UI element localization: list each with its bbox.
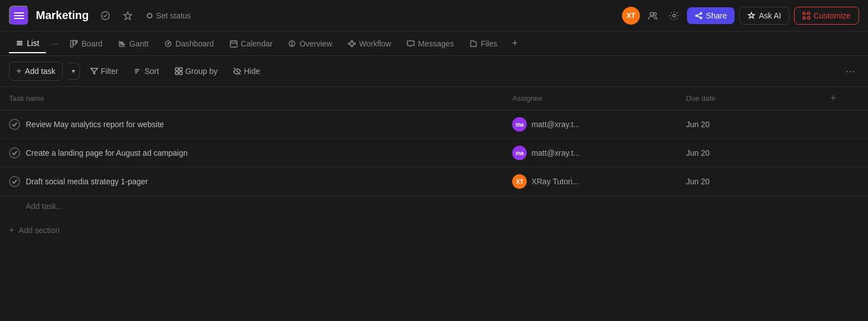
tab-messages[interactable]: Messages bbox=[400, 35, 461, 53]
share-label: Share bbox=[706, 11, 727, 20]
svg-rect-0 bbox=[14, 12, 24, 13]
filter-button[interactable]: Filter bbox=[85, 63, 124, 79]
assignee-name: XRay Tutori... bbox=[531, 177, 579, 186]
tab-files-label: Files bbox=[481, 39, 498, 48]
task-name-text: Create a landing page for August ad camp… bbox=[26, 148, 188, 157]
settings-icon-button[interactable] bbox=[666, 8, 683, 23]
svg-rect-20 bbox=[71, 40, 73, 47]
svg-rect-2 bbox=[14, 18, 24, 19]
sort-label: Sort bbox=[145, 67, 159, 76]
tab-calendar[interactable]: Calendar bbox=[223, 35, 280, 53]
filter-icon bbox=[90, 67, 98, 75]
tab-gantt[interactable]: Gantt bbox=[112, 35, 155, 53]
svg-line-40 bbox=[350, 41, 351, 43]
assignee-name: matt@xray.t... bbox=[531, 120, 579, 129]
hide-button[interactable]: Hide bbox=[228, 63, 266, 79]
task-table: Task name Assignee Due date + bbox=[0, 87, 868, 216]
task-name-cell: Review May analytics report for website bbox=[0, 110, 503, 139]
ask-ai-label: Ask AI bbox=[759, 11, 781, 20]
add-task-inline-button[interactable]: Add task... bbox=[9, 202, 63, 211]
sort-button[interactable]: Sort bbox=[128, 63, 165, 79]
avatar: ma bbox=[512, 146, 527, 160]
svg-point-28 bbox=[168, 43, 169, 44]
extra-col-cell bbox=[799, 110, 868, 139]
due-date-cell: Jun 20 bbox=[677, 110, 799, 139]
extra-col-cell bbox=[799, 168, 868, 196]
customize-button[interactable]: Customize bbox=[794, 7, 859, 25]
task-complete-icon[interactable] bbox=[9, 176, 20, 187]
add-section-label: Add section bbox=[18, 226, 59, 235]
tab-workflow-label: Workflow bbox=[359, 39, 391, 48]
svg-rect-15 bbox=[803, 17, 805, 19]
svg-point-5 bbox=[650, 12, 653, 16]
tab-board[interactable]: Board bbox=[63, 35, 109, 53]
svg-point-6 bbox=[653, 12, 656, 15]
tab-list-label: List bbox=[27, 39, 39, 48]
svg-rect-13 bbox=[803, 12, 805, 15]
group-by-button[interactable]: Group by bbox=[169, 63, 224, 79]
avatar-initials: XT bbox=[626, 12, 635, 20]
task-complete-icon[interactable] bbox=[9, 147, 20, 159]
task-complete-icon[interactable] bbox=[9, 119, 20, 130]
show-options-button[interactable] bbox=[98, 9, 113, 22]
filter-label: Filter bbox=[101, 67, 118, 76]
main-content: Task name Assignee Due date + bbox=[0, 87, 868, 244]
svg-rect-25 bbox=[120, 42, 123, 43]
add-column-button[interactable]: + bbox=[807, 92, 859, 104]
star-button[interactable] bbox=[120, 9, 136, 22]
extra-col-cell bbox=[799, 139, 868, 168]
svg-rect-49 bbox=[175, 72, 178, 75]
share-button[interactable]: Share bbox=[687, 7, 735, 24]
tab-dashboard-label: Dashboard bbox=[175, 39, 214, 48]
svg-line-11 bbox=[697, 13, 700, 15]
assignee-cell: ma matt@xray.t... bbox=[503, 110, 677, 139]
status-dot-icon bbox=[147, 13, 152, 18]
tab-list[interactable]: List bbox=[9, 34, 46, 53]
tab-overview[interactable]: Overview bbox=[281, 35, 338, 53]
users-icon-button[interactable] bbox=[644, 8, 661, 23]
avatar: XT bbox=[622, 7, 640, 25]
nav-tabs: List ··· Board Gantt Dashboard bbox=[0, 31, 868, 56]
tab-list-more[interactable]: ··· bbox=[48, 37, 62, 50]
col-add: + bbox=[799, 87, 868, 110]
add-task-dropdown-button[interactable]: ▾ bbox=[67, 63, 80, 80]
tab-gantt-label: Gantt bbox=[129, 39, 148, 48]
add-section-plus-icon: + bbox=[9, 225, 14, 235]
add-task-inline-row[interactable]: Add task... bbox=[0, 196, 868, 217]
tab-calendar-label: Calendar bbox=[241, 39, 273, 48]
add-tab-button[interactable]: + bbox=[508, 35, 521, 52]
top-header: Marketing Set status XT bbox=[0, 0, 868, 31]
svg-line-42 bbox=[352, 41, 354, 43]
ask-ai-button[interactable]: Ask AI bbox=[739, 7, 790, 25]
set-status-label: Set status bbox=[156, 11, 191, 20]
set-status-button[interactable]: Set status bbox=[142, 9, 195, 22]
svg-rect-16 bbox=[807, 17, 810, 19]
table-row: Draft social media strategy 1-pager XT X… bbox=[0, 168, 868, 196]
add-task-label: Add task bbox=[25, 67, 55, 76]
task-name-cell: Draft social media strategy 1-pager bbox=[0, 168, 503, 196]
hide-icon bbox=[233, 67, 241, 75]
svg-marker-4 bbox=[124, 12, 132, 20]
assignee-cell: XT XRay Tutori... bbox=[503, 168, 677, 196]
assignee-cell: ma matt@xray.t... bbox=[503, 139, 677, 168]
col-due-date: Due date bbox=[677, 87, 799, 110]
menu-button[interactable] bbox=[9, 6, 29, 26]
task-name-text: Review May analytics report for website bbox=[26, 120, 164, 129]
tab-board-label: Board bbox=[81, 39, 102, 48]
table-row: Review May analytics report for website … bbox=[0, 110, 868, 139]
toolbar-more-button[interactable]: ⋯ bbox=[842, 63, 859, 80]
add-task-button[interactable]: + Add task bbox=[9, 62, 63, 81]
tab-overview-label: Overview bbox=[299, 39, 332, 48]
due-date-cell: Jun 20 bbox=[677, 139, 799, 168]
customize-label: Customize bbox=[814, 11, 851, 20]
add-section-row[interactable]: + Add section bbox=[0, 216, 868, 244]
svg-point-10 bbox=[700, 17, 702, 18]
group-by-icon bbox=[175, 67, 183, 75]
toolbar: + Add task ▾ Filter Sort Group by Hide bbox=[0, 56, 868, 87]
svg-line-43 bbox=[352, 44, 354, 45]
tab-workflow[interactable]: Workflow bbox=[341, 35, 398, 53]
table-header-row: Task name Assignee Due date + bbox=[0, 87, 868, 110]
due-date-cell: Jun 20 bbox=[677, 168, 799, 196]
tab-files[interactable]: Files bbox=[463, 35, 504, 53]
tab-dashboard[interactable]: Dashboard bbox=[157, 35, 221, 53]
